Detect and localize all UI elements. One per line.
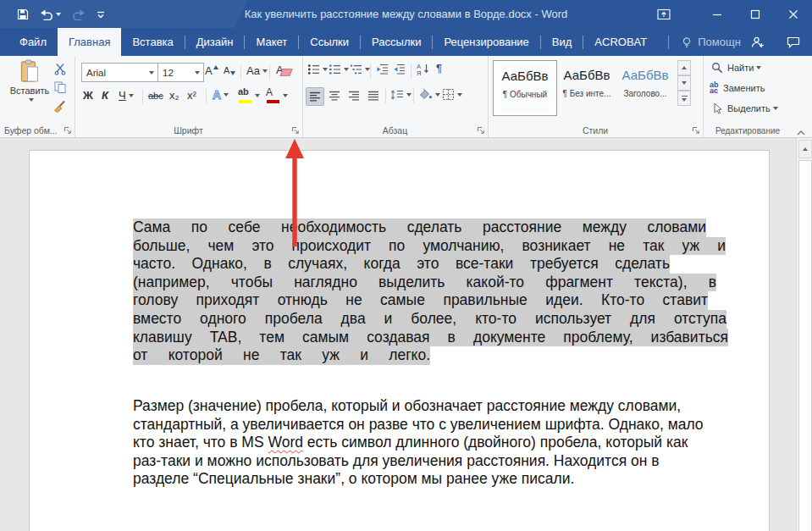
paragraph-group-label: Абзац [302,125,488,136]
vertical-scrollbar[interactable] [796,138,812,531]
format-painter-icon[interactable] [53,99,66,113]
copy-icon[interactable] [54,81,67,93]
text-highlight-button[interactable]: ab [238,88,260,103]
tab-файл[interactable]: Файл [8,28,58,56]
select-button[interactable]: Выделить [711,102,778,114]
font-dialog-launcher-icon[interactable] [291,126,300,135]
style-card[interactable]: АаБбВв¶ Без инте... [559,60,615,114]
redo-icon [72,8,86,20]
sign-in-user-icon[interactable] [751,36,765,48]
styles-dialog-launcher-icon[interactable] [692,126,700,135]
font-group: Arial 12 А А Aa А Ж К Ч abc x₂ x² А ab А [75,56,303,137]
tab-главная[interactable]: Главная [58,28,121,56]
shrink-font-button[interactable]: А [224,64,235,75]
change-case-button[interactable]: Aa [246,64,268,77]
increase-indent-button[interactable] [393,64,406,75]
styles-group-label: Стили [488,125,703,136]
tab-дизайн[interactable]: Дизайн [185,28,245,56]
align-left-button[interactable] [306,87,324,106]
collapse-ribbon-icon[interactable] [797,124,805,139]
underline-button[interactable]: Ч [119,89,134,102]
multilevel-list-button[interactable] [350,64,370,75]
comment-icon[interactable] [787,36,800,48]
selected-text-line[interactable]: вместо одного пробела два и более, кто-т… [133,310,726,329]
text-line[interactable]: кто знает, что в MS Word есть символ дли… [133,434,751,452]
selected-text-line[interactable]: Сама по себе необходимость сделать расст… [133,218,706,237]
subscript-button[interactable]: x₂ [169,89,180,102]
style-name: Заголово... [617,89,673,98]
borders-icon [442,88,455,101]
font-group-label: Шрифт [75,125,302,136]
style-gallery-up-icon[interactable] [677,60,691,75]
bold-button[interactable]: Ж [83,89,93,102]
font-name-combobox[interactable]: Arial [81,63,158,82]
tab-ссылки[interactable]: Ссылки [299,28,360,56]
scrollbar-thumb[interactable] [798,160,812,531]
text-line[interactable]: разделе “Специальные знаки”, о котором м… [133,470,751,489]
tab-рассылки[interactable]: Рассылки [361,28,432,56]
maximize-icon[interactable] [736,0,774,28]
text-effects-button[interactable]: А [213,88,229,102]
clipboard-dialog-launcher-icon[interactable] [64,126,72,135]
clear-formatting-button[interactable]: А [276,63,291,76]
assistant-label: Помощн [698,36,741,48]
scroll-up-icon[interactable] [798,140,812,158]
style-name: ¶ Обычный [494,90,556,99]
align-center-button[interactable] [326,87,343,104]
font-name-value: Arial [86,68,106,78]
tell-me-assistant[interactable]: Помощн [658,28,751,56]
tab-рецензирование[interactable]: Рецензирование [433,28,539,56]
second-paragraph[interactable]: Размер (значение) пробела, который и обо… [133,397,751,489]
selected-text-line[interactable]: голову приходят отнюдь не самые правильн… [133,291,708,310]
grow-font-button[interactable]: А [205,64,218,77]
align-right-button[interactable] [345,87,362,104]
cut-icon[interactable] [54,63,66,75]
selected-text-line[interactable]: (например, чтобы наглядно выделить какой… [133,274,716,292]
multilevel-list-icon [350,64,362,75]
font-size-combobox[interactable]: 12 [157,63,204,82]
window-controls [644,0,812,28]
replace-button[interactable]: abac Заменить [710,82,765,94]
close-icon[interactable] [774,0,812,28]
show-paragraph-marks-button[interactable]: ¶ [436,62,442,75]
text-line[interactable]: стандартный, а увеличивается он разве чт… [133,416,751,434]
borders-button[interactable] [442,88,462,101]
italic-button[interactable]: К [102,89,108,102]
selected-paragraph[interactable]: Сама по себе необходимость сделать расст… [133,218,728,365]
misspelled-word[interactable]: Word [268,434,303,451]
undo-icon[interactable] [40,8,61,20]
ribbon-display-options-icon[interactable] [644,0,682,28]
style-card[interactable]: АаБбВв¶ Обычный [493,60,557,116]
tab-acrobat[interactable]: ACROBAT [583,28,658,56]
tab-макет[interactable]: Макет [245,28,298,56]
style-card[interactable]: АаБбВвЗаголово... [617,60,673,114]
line-spacing-button[interactable] [390,89,412,101]
editing-group: Найти abac Заменить Выделить Редактирова… [703,56,793,137]
superscript-button[interactable]: x² [187,89,196,102]
text-line[interactable]: Размер (значение) пробела, который и обо… [133,397,751,416]
justify-button[interactable] [365,87,382,104]
find-button[interactable]: Найти [711,62,761,74]
tab-вставка[interactable]: Вставка [121,28,184,56]
decrease-indent-button[interactable] [376,64,389,75]
numbering-button[interactable] [329,64,349,75]
selected-text-line[interactable]: клавишу TAB, тем самым создавая в докуме… [133,329,728,347]
text-line[interactable]: раз-таки и можно использовать для увелич… [133,452,751,471]
selected-text-line[interactable]: от которой не так уж и легко. [133,346,430,365]
style-gallery-more-icon[interactable] [677,91,691,106]
paste-button[interactable]: Вставить [5,59,54,115]
selected-text-line[interactable]: больше, чем это происходит по умолчанию,… [133,237,726,256]
strikethrough-button[interactable]: abc [148,91,163,101]
tab-вид[interactable]: Вид [541,28,583,56]
font-color-button[interactable]: А [266,88,288,103]
minimize-icon[interactable] [698,0,736,28]
bullets-button[interactable] [307,64,328,75]
customize-quick-access-icon[interactable] [97,10,105,19]
shading-button[interactable] [418,88,440,101]
style-gallery-down-icon[interactable] [677,75,691,91]
selected-text-line[interactable]: часто. Однако, в случаях, когда это все-… [133,255,670,274]
sort-button[interactable] [417,63,430,75]
eraser-icon [279,69,292,76]
save-icon[interactable] [17,8,29,20]
paragraph-dialog-launcher-icon[interactable] [477,126,485,135]
